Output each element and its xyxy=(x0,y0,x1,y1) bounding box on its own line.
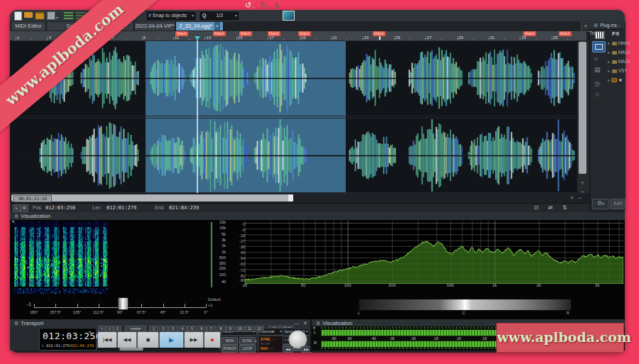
sync-midi-indicator[interactable]: SYNC ○○ IN OUT MIDI ○○ xyxy=(258,336,285,353)
stop-button[interactable]: ■ xyxy=(137,331,159,348)
zoom-out-button[interactable]: − xyxy=(576,195,584,202)
visualization-gear-icon[interactable]: ⚙ xyxy=(14,214,18,219)
rewind-button[interactable]: ◀◀ xyxy=(117,331,137,348)
pos-label: Pos xyxy=(33,205,41,210)
redo-dropdown-icon[interactable]: ▾ xyxy=(268,4,270,11)
stereo-balance-meter[interactable] xyxy=(359,299,572,311)
jog-left-button[interactable]: ◀◀ xyxy=(283,346,293,353)
ruler-bar-number: 25 xyxy=(395,35,400,40)
preset-category-icon[interactable]: ▤ xyxy=(594,66,601,73)
undo-icon[interactable]: ↺ xyxy=(245,1,251,9)
instruments-tab-icon[interactable] xyxy=(595,31,605,39)
channel-r-badge[interactable]: R xyxy=(21,204,28,212)
monitor-category-icon[interactable] xyxy=(592,41,606,53)
project-case-icon[interactable] xyxy=(36,11,44,19)
freq-axis-label: 5k xyxy=(213,232,226,236)
fit-zoom-icon[interactable]: ⊡ xyxy=(534,204,539,211)
pre-button-2[interactable]: 2 xyxy=(114,326,121,332)
play-button[interactable]: ▶ xyxy=(159,331,184,348)
crossfade-editor-icon[interactable]: ⇅ xyxy=(274,2,280,9)
locator-button-8[interactable]: 8 xyxy=(217,326,226,332)
locator-button-11[interactable]: 11 xyxy=(245,326,254,332)
freq-axis-label: 40 xyxy=(213,280,226,284)
horizontal-scrollbar-thumb[interactable] xyxy=(11,194,290,202)
plugin-add-button[interactable]: Add xyxy=(610,199,626,209)
tab-2-33-24-ogg-[interactable]: 2_33_24.ogg*× xyxy=(176,22,224,31)
tab-close-icon[interactable]: × xyxy=(214,22,220,31)
match-marker[interactable]: Match xyxy=(175,31,188,36)
ruler-bar-number: 29 xyxy=(459,35,464,40)
tree-item-magi[interactable]: ▸ MAGI xyxy=(608,59,630,64)
locator-button-2[interactable]: 2 xyxy=(159,326,168,332)
new-file-icon[interactable] xyxy=(14,11,22,21)
fx-tab[interactable]: FX xyxy=(612,31,619,37)
time-format-dropdown-icon[interactable]: ▾ xyxy=(89,329,91,334)
locator-button-6[interactable]: 6 xyxy=(197,326,207,332)
plugin-panel-gear-icon[interactable]: ⚙ xyxy=(594,23,598,28)
match-marker[interactable]: Match xyxy=(298,31,311,36)
freq-axis-label: 10k xyxy=(213,226,226,230)
mon-button[interactable]: MON xyxy=(222,337,238,345)
match-marker[interactable]: Match xyxy=(373,31,386,36)
tab-2022-04-04-vip-[interactable]: 2022-04-04.VIP* xyxy=(135,22,175,31)
tab-midi-editor[interactable]: MIDI Editor xyxy=(11,22,46,31)
plugin-settings-button[interactable]: ⚙▾ xyxy=(592,199,609,209)
ruler-tick xyxy=(204,37,205,40)
zoom-in-button[interactable]: + xyxy=(568,195,576,202)
transport-scrub-thumb[interactable] xyxy=(119,348,143,351)
quantize-dropdown[interactable]: Q 1/2 ▾ xyxy=(199,11,240,21)
ruler-tick xyxy=(331,37,332,40)
match-marker[interactable]: Match xyxy=(268,31,280,36)
locator-button-10[interactable]: 10 xyxy=(236,326,245,332)
mixer-toggle-icon[interactable] xyxy=(283,11,295,21)
meter-scale-label: -50 xyxy=(346,336,351,341)
wave-category-icon[interactable]: ≈ xyxy=(594,55,598,62)
pre-button-1[interactable]: 1 xyxy=(106,326,114,332)
punch-button[interactable]: PUNCH xyxy=(222,345,238,353)
undo-dropdown-icon[interactable]: ▾ xyxy=(253,4,255,11)
locator-button-4[interactable]: 4 xyxy=(178,326,187,332)
locator-button-7[interactable]: 7 xyxy=(207,326,216,332)
tree-item-magi[interactable]: ▸ MAGI xyxy=(608,50,630,55)
match-marker[interactable]: Match xyxy=(559,31,572,36)
match-marker[interactable]: Match xyxy=(239,31,252,36)
freq-axis-label: 200 xyxy=(213,266,226,270)
save-icon[interactable] xyxy=(47,11,55,20)
transport-scrub-track[interactable] xyxy=(97,348,219,351)
locator-button-3[interactable]: 3 xyxy=(168,326,178,332)
locator-button-5[interactable]: 5 xyxy=(187,326,197,332)
match-marker[interactable]: Match xyxy=(523,31,536,36)
recent-clock-icon[interactable]: ◷ xyxy=(594,80,600,87)
meter-panel-gear-icon[interactable]: ⚙ xyxy=(316,321,320,326)
locator-button-9[interactable]: 9 xyxy=(226,326,235,332)
save-dropdown-icon[interactable]: ▾ xyxy=(56,14,58,21)
transport-expand-icon[interactable]: ▸ xyxy=(255,338,257,343)
snap-dropdown[interactable]: # Snap to objects ▾ xyxy=(146,11,197,21)
redo-icon[interactable]: ↻ xyxy=(260,1,266,9)
v-zoom-icon[interactable]: ⇅ xyxy=(562,204,567,211)
loop-button[interactable]: LOOP xyxy=(239,345,256,353)
channel-l-badge[interactable]: L xyxy=(13,204,21,212)
sync-button[interactable]: SYNC xyxy=(239,337,256,345)
tree-item-intern[interactable]: ▸ Intern xyxy=(608,40,630,45)
tree-item-vst[interactable]: ▸ VST xyxy=(608,68,627,73)
zoom-in-vertical-button[interactable]: + xyxy=(579,180,586,187)
open-folder-icon[interactable] xyxy=(24,11,33,18)
fx-folder-icon: FX xyxy=(611,78,617,82)
locator-button-1[interactable]: 1 xyxy=(149,326,158,332)
waveform-display[interactable] xyxy=(11,40,577,193)
ruler-minor-tick xyxy=(473,38,474,40)
track-view-icon[interactable] xyxy=(64,11,73,19)
transport-gear-icon[interactable]: ⚙ xyxy=(14,321,18,326)
tree-item-fx[interactable]: ▸ FX ★ xyxy=(608,77,623,83)
scrollbar-end-cap[interactable] xyxy=(288,194,293,202)
vertical-scrollbar-thumb[interactable] xyxy=(579,42,586,174)
match-marker[interactable]: Match xyxy=(213,31,226,36)
record-button[interactable]: ● xyxy=(204,331,221,348)
to-start-button[interactable]: |◀◀ xyxy=(97,331,117,348)
favorites-star-icon[interactable]: ☆ xyxy=(594,91,600,98)
locator-button-12[interactable]: 12 xyxy=(255,326,264,332)
forward-button[interactable]: ▶▶ xyxy=(184,331,204,348)
h-zoom-icon[interactable]: ⇄ xyxy=(548,204,553,211)
pre-button-0[interactable]: ↰ xyxy=(98,326,106,332)
